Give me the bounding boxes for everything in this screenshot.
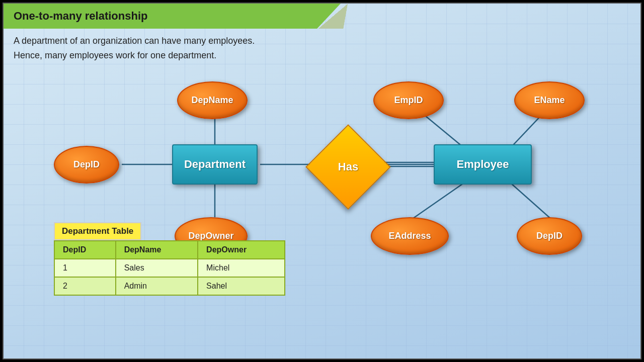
has-node-container: Has	[315, 134, 381, 200]
table-cell: Admin	[116, 277, 198, 295]
er-diagram: DepName DepID Department DepOwner Has Em…	[44, 69, 622, 240]
depname-node: DepName	[177, 81, 248, 119]
department-node: Department	[172, 144, 258, 185]
empid-node: EmpID	[373, 81, 444, 119]
depid-left-node: DepID	[54, 146, 119, 184]
eaddress-node: EAddress	[371, 217, 449, 255]
table-row: 1SalesMichel	[54, 259, 285, 277]
svg-line-8	[507, 179, 552, 220]
table-cell: Michel	[198, 259, 285, 277]
col-header-depowner: DepOwner	[198, 241, 285, 259]
col-header-depid: DepID	[54, 241, 116, 259]
ename-node: EName	[514, 81, 585, 119]
employee-node: Employee	[434, 144, 532, 185]
table-cell: Sahel	[198, 277, 285, 295]
table-cell: 2	[54, 277, 116, 295]
description-line1: A department of an organization can have…	[14, 34, 255, 48]
svg-line-7	[411, 179, 469, 220]
dept-table: DepID DepName DepOwner 1SalesMichel2Admi…	[54, 240, 285, 296]
table-cell: 1	[54, 259, 116, 277]
has-label: Has	[338, 160, 358, 173]
title-bar: One-to-many relationship	[4, 4, 341, 29]
slide-title: One-to-many relationship	[14, 10, 147, 23]
description-line2: Hence, many employees work for one depar…	[14, 48, 255, 63]
description: A department of an organization can have…	[14, 34, 255, 63]
table-cell: Sales	[116, 259, 198, 277]
dept-table-container: Department Table DepID DepName DepOwner …	[54, 222, 285, 296]
dept-table-title: Department Table	[54, 222, 141, 240]
col-header-depname: DepName	[116, 241, 198, 259]
table-row: 2AdminSahel	[54, 277, 285, 295]
slide: One-to-many relationship A department of…	[3, 3, 641, 359]
depid-right-node: DepID	[517, 217, 582, 255]
